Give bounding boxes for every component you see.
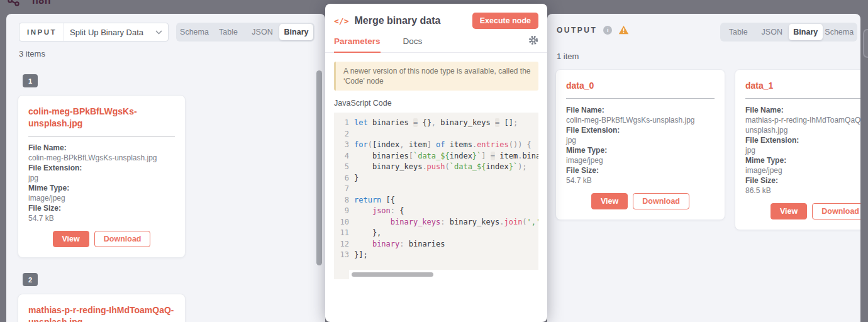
warning-icon[interactable] xyxy=(618,25,629,35)
field-label: File Size: xyxy=(745,175,860,186)
code-editor[interactable]: 1let binaries = {}, binary_keys = [];23f… xyxy=(334,113,538,279)
item-index-badge: 1 xyxy=(23,74,38,87)
field-label: File Extension: xyxy=(745,135,860,145)
download-button[interactable]: Download xyxy=(812,203,860,219)
canvas-side-control[interactable] xyxy=(863,29,868,58)
output-tab-table[interactable]: Table xyxy=(721,24,755,40)
code-text: } xyxy=(354,173,538,184)
field-value: colin-meg-BPkBfLWgsKs-unsplash.jpg xyxy=(566,115,715,125)
card-divider xyxy=(745,98,860,99)
field-value: 54.7 kB xyxy=(566,175,715,186)
field-value: colin-meg-BPkBfLWgsKs-unsplash.jpg xyxy=(28,153,175,163)
binary-item-title[interactable]: mathias-p-r-reding-IhMdToamQaQ-unsplash.… xyxy=(28,304,175,322)
output-tab-json[interactable]: JSON xyxy=(755,24,789,40)
n8n-logo-text: n8n xyxy=(32,0,51,6)
n8n-logo[interactable]: n8n xyxy=(8,0,51,7)
line-number: 2 xyxy=(334,129,354,140)
node-title: Merge binary data xyxy=(354,15,472,26)
code-text xyxy=(354,129,538,140)
input-tab-schema[interactable]: Schema xyxy=(177,24,211,40)
output-header: OUTPUT i xyxy=(557,25,629,35)
code-line: 7 xyxy=(334,184,538,195)
gear-icon[interactable] xyxy=(528,35,538,48)
binary-item-title[interactable]: colin-meg-BPkBfLWgsKs-unsplash.jpg xyxy=(28,106,175,130)
view-button[interactable]: View xyxy=(771,203,807,219)
input-label: INPUT xyxy=(19,23,64,41)
newer-version-notice: A newer version of this node type is ava… xyxy=(334,62,538,91)
input-items-count: 3 items xyxy=(19,49,45,58)
info-icon[interactable]: i xyxy=(603,26,612,35)
code-field-label: JavaScript Code xyxy=(334,99,538,108)
code-text: for([index, item] of items.entries()) { xyxy=(354,140,538,151)
line-number: 5 xyxy=(334,162,354,173)
line-number: 9 xyxy=(334,206,354,217)
input-panel: INPUT Split Up Binary Data SchemaTableJS… xyxy=(6,14,325,322)
binary-item-actions: ViewDownload xyxy=(566,193,715,209)
code-line: 13}]; xyxy=(334,250,538,261)
binary-item-fields: File Name:mathias-p-r-reding-IhMdToamQaQ… xyxy=(745,105,860,196)
code-line: 4 binaries[`data_${index}`] = item.bina xyxy=(334,151,538,162)
code-line: 11 }, xyxy=(334,228,538,239)
node-detail-modal: </> Merge binary data Execute node Param… xyxy=(325,4,547,322)
field-value: 86.5 kB xyxy=(745,186,860,196)
input-source-select[interactable]: INPUT Split Up Binary Data xyxy=(19,23,169,42)
field-label: File Extension: xyxy=(566,125,715,135)
input-display-mode-tabs: SchemaTableJSONBinary xyxy=(176,23,314,42)
line-number: 3 xyxy=(334,140,354,151)
input-tab-binary[interactable]: Binary xyxy=(279,24,313,40)
field-label: File Extension: xyxy=(28,163,175,173)
binary-item-title[interactable]: data_0 xyxy=(566,80,715,92)
code-line: 1let binaries = {}, binary_keys = []; xyxy=(334,118,538,129)
line-number: 7 xyxy=(334,184,354,195)
download-button[interactable]: Download xyxy=(633,193,689,209)
output-display-mode-tabs: TableJSONBinarySchema xyxy=(720,23,857,42)
n8n-logo-glyph xyxy=(8,0,29,7)
field-value: jpg xyxy=(745,145,860,155)
hscrollbar-thumb[interactable] xyxy=(352,272,433,277)
view-button[interactable]: View xyxy=(53,231,89,247)
field-label: File Name: xyxy=(28,143,175,153)
input-panel-scrollbar[interactable] xyxy=(316,70,322,265)
binary-item-fields: File Name:colin-meg-BPkBfLWgsKs-unsplash… xyxy=(566,105,715,186)
code-text: binary_keys.push(`data_${index}`); xyxy=(354,162,538,173)
code-text: }, xyxy=(354,228,538,239)
binary-item-actions: ViewDownload xyxy=(745,203,860,219)
output-panel: OUTPUT i TableJSONBinarySchema 1 item da… xyxy=(547,14,860,322)
modal-body: A newer version of this node type is ava… xyxy=(325,53,547,288)
input-tab-table[interactable]: Table xyxy=(211,24,245,40)
binary-item-card: data_0 File Name:colin-meg-BPkBfLWgsKs-u… xyxy=(555,69,725,220)
field-value: image/jpeg xyxy=(28,193,175,203)
binary-item-card: mathias-p-r-reding-IhMdToamQaQ-unsplash.… xyxy=(18,294,186,322)
item-index-badge: 2 xyxy=(23,273,38,286)
field-label: Mime Type: xyxy=(28,183,175,193)
output-items-count: 1 item xyxy=(557,52,579,61)
card-divider xyxy=(28,136,175,136)
code-text xyxy=(354,184,538,195)
output-items-list: data_0 File Name:colin-meg-BPkBfLWgsKs-u… xyxy=(555,69,860,245)
code-editor-hscrollbar[interactable] xyxy=(349,270,538,279)
input-items-list: 1 colin-meg-BPkBfLWgsKs-unsplash.jpg Fil… xyxy=(18,74,186,322)
code-line: 10 binary_keys: binary_keys.join(',' xyxy=(334,217,538,228)
code-line: 2 xyxy=(334,129,538,140)
code-line: 12 binary: binaries xyxy=(334,239,538,250)
code-line: 5 binary_keys.push(`data_${index}`); xyxy=(334,162,538,173)
download-button[interactable]: Download xyxy=(94,231,151,247)
view-button[interactable]: View xyxy=(591,193,628,209)
field-label: Mime Type: xyxy=(566,145,715,155)
code-line: 3for([index, item] of items.entries()) { xyxy=(334,140,538,151)
line-number: 11 xyxy=(334,228,354,239)
input-tab-json[interactable]: JSON xyxy=(245,24,279,40)
output-tab-binary[interactable]: Binary xyxy=(789,24,823,40)
line-number: 1 xyxy=(334,118,354,129)
binary-item-actions: ViewDownload xyxy=(28,231,175,247)
execute-node-button[interactable]: Execute node xyxy=(472,13,538,29)
code-text: let binaries = {}, binary_keys = []; xyxy=(354,118,538,129)
output-tab-schema[interactable]: Schema xyxy=(823,24,857,40)
modal-tab-docs[interactable]: Docs xyxy=(403,36,423,52)
input-source-value: Split Up Binary Data xyxy=(64,28,155,37)
field-value: image/jpeg xyxy=(745,165,860,175)
modal-tab-parameters[interactable]: Parameters xyxy=(334,36,381,53)
field-value: 54.7 kB xyxy=(28,213,175,223)
binary-item-title[interactable]: data_1 xyxy=(745,80,860,92)
code-line: 8return [{ xyxy=(334,195,538,206)
